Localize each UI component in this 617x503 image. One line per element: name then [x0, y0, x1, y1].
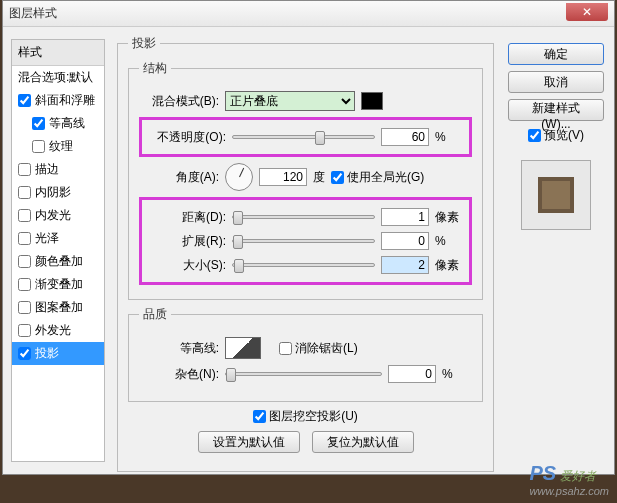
angle-input[interactable]	[259, 168, 307, 186]
style-label: 外发光	[35, 322, 71, 339]
make-default-button[interactable]: 设置为默认值	[198, 431, 300, 453]
style-item[interactable]: 等高线	[12, 112, 104, 135]
style-item[interactable]: 图案叠加	[12, 296, 104, 319]
main-fieldset: 投影 结构 混合模式(B): 正片叠底 不透明度(O): %	[117, 35, 494, 472]
style-label: 斜面和浮雕	[35, 92, 95, 109]
style-checkbox[interactable]	[18, 347, 31, 360]
antialias-checkbox[interactable]: 消除锯齿(L)	[279, 340, 358, 357]
style-label: 描边	[35, 161, 59, 178]
shadow-color-swatch[interactable]	[361, 92, 383, 110]
quality-legend: 品质	[139, 306, 171, 323]
main-header: 投影	[128, 35, 160, 52]
style-label: 内阴影	[35, 184, 71, 201]
size-slider[interactable]	[232, 263, 375, 267]
style-item[interactable]: 光泽	[12, 227, 104, 250]
style-checkbox[interactable]	[18, 278, 31, 291]
style-item[interactable]: 纹理	[12, 135, 104, 158]
style-item[interactable]: 描边	[12, 158, 104, 181]
contour-label: 等高线:	[139, 340, 219, 357]
style-label: 图案叠加	[35, 299, 83, 316]
highlight-opacity: 不透明度(O): %	[139, 117, 472, 157]
angle-unit: 度	[313, 169, 325, 186]
style-item[interactable]: 外发光	[12, 319, 104, 342]
distance-input[interactable]	[381, 208, 429, 226]
spread-unit: %	[435, 234, 465, 248]
style-label: 等高线	[49, 115, 85, 132]
layer-style-dialog: 图层样式 ✕ 样式 混合选项:默认斜面和浮雕等高线纹理描边内阴影内发光光泽颜色叠…	[2, 0, 615, 475]
styles-list: 样式 混合选项:默认斜面和浮雕等高线纹理描边内阴影内发光光泽颜色叠加渐变叠加图案…	[11, 39, 105, 462]
preview-checkbox[interactable]: 预览(V)	[528, 127, 584, 144]
cancel-button[interactable]: 取消	[508, 71, 604, 93]
preview-box	[521, 160, 591, 230]
style-checkbox[interactable]	[18, 94, 31, 107]
style-label: 渐变叠加	[35, 276, 83, 293]
spread-input[interactable]	[381, 232, 429, 250]
style-checkbox[interactable]	[18, 163, 31, 176]
opacity-label: 不透明度(O):	[146, 129, 226, 146]
knockout-checkbox[interactable]: 图层挖空投影(U)	[253, 408, 358, 425]
noise-unit: %	[442, 367, 472, 381]
style-checkbox[interactable]	[18, 232, 31, 245]
preview-swatch	[538, 177, 574, 213]
styles-header: 样式	[12, 40, 104, 66]
distance-unit: 像素	[435, 209, 465, 226]
right-panel: 确定 取消 新建样式(W)... 预览(V)	[502, 31, 610, 470]
style-label: 光泽	[35, 230, 59, 247]
style-label: 混合选项:默认	[18, 69, 93, 86]
titlebar: 图层样式 ✕	[3, 1, 614, 27]
opacity-input[interactable]	[381, 128, 429, 146]
style-item[interactable]: 混合选项:默认	[12, 66, 104, 89]
style-checkbox[interactable]	[32, 140, 45, 153]
reset-default-button[interactable]: 复位为默认值	[312, 431, 414, 453]
highlight-distance-size: 距离(D): 像素 扩展(R): % 大小(S):	[139, 197, 472, 285]
style-checkbox[interactable]	[18, 301, 31, 314]
distance-slider[interactable]	[232, 215, 375, 219]
style-label: 内发光	[35, 207, 71, 224]
style-label: 投影	[35, 345, 59, 362]
style-checkbox[interactable]	[18, 209, 31, 222]
spread-label: 扩展(R):	[146, 233, 226, 250]
style-label: 纹理	[49, 138, 73, 155]
global-light-checkbox[interactable]: 使用全局光(G)	[331, 169, 424, 186]
quality-group: 品质 等高线: 消除锯齿(L) 杂色(N): %	[128, 306, 483, 402]
angle-label: 角度(A):	[139, 169, 219, 186]
size-input[interactable]	[381, 256, 429, 274]
style-checkbox[interactable]	[18, 324, 31, 337]
size-label: 大小(S):	[146, 257, 226, 274]
opacity-unit: %	[435, 130, 465, 144]
blend-mode-label: 混合模式(B):	[139, 93, 219, 110]
contour-picker[interactable]	[225, 337, 261, 359]
window-title: 图层样式	[9, 5, 566, 22]
watermark: PS 爱好者 www.psahz.com	[530, 462, 609, 497]
angle-dial[interactable]	[225, 163, 253, 191]
ok-button[interactable]: 确定	[508, 43, 604, 65]
style-checkbox[interactable]	[32, 117, 45, 130]
distance-label: 距离(D):	[146, 209, 226, 226]
noise-label: 杂色(N):	[139, 366, 219, 383]
structure-group: 结构 混合模式(B): 正片叠底 不透明度(O): %	[128, 60, 483, 300]
style-item[interactable]: 颜色叠加	[12, 250, 104, 273]
noise-input[interactable]	[388, 365, 436, 383]
style-checkbox[interactable]	[18, 186, 31, 199]
style-item[interactable]: 内发光	[12, 204, 104, 227]
noise-slider[interactable]	[225, 372, 382, 376]
opacity-slider[interactable]	[232, 135, 375, 139]
style-item[interactable]: 内阴影	[12, 181, 104, 204]
style-checkbox[interactable]	[18, 255, 31, 268]
style-item[interactable]: 渐变叠加	[12, 273, 104, 296]
blend-mode-select[interactable]: 正片叠底	[225, 91, 355, 111]
close-button[interactable]: ✕	[566, 3, 608, 21]
style-label: 颜色叠加	[35, 253, 83, 270]
style-item[interactable]: 斜面和浮雕	[12, 89, 104, 112]
spread-slider[interactable]	[232, 239, 375, 243]
structure-legend: 结构	[139, 60, 171, 77]
style-item[interactable]: 投影	[12, 342, 104, 365]
new-style-button[interactable]: 新建样式(W)...	[508, 99, 604, 121]
size-unit: 像素	[435, 257, 465, 274]
settings-panel: 投影 结构 混合模式(B): 正片叠底 不透明度(O): %	[109, 31, 502, 470]
